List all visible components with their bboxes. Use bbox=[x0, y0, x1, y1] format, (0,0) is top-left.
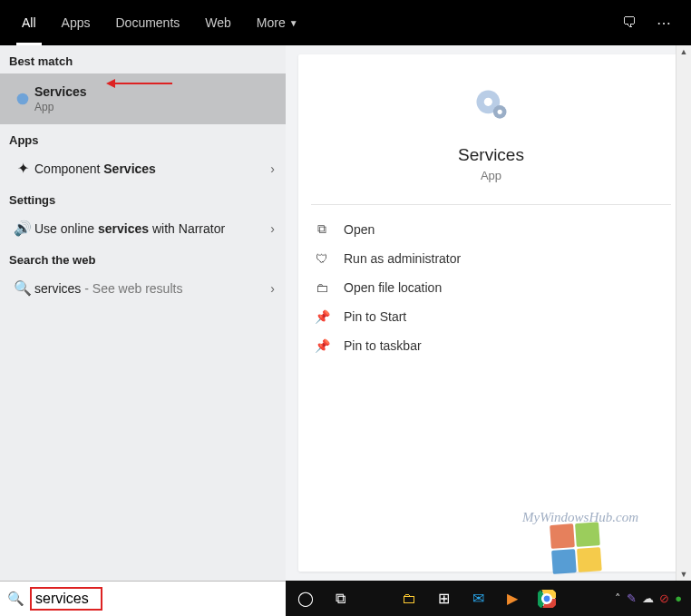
more-options-icon[interactable]: ⋯ bbox=[657, 15, 671, 32]
result-services-app[interactable]: Services App bbox=[0, 73, 286, 124]
action-list: ⧉ Open 🛡 Run as administrator 🗀 Open fil… bbox=[311, 214, 671, 360]
taskbar-media[interactable]: ▶ bbox=[496, 584, 529, 613]
tab-label: All bbox=[22, 15, 36, 30]
section-settings: Settings bbox=[0, 184, 286, 212]
result-text: Component Services bbox=[34, 161, 270, 176]
search-icon: 🔍 bbox=[11, 279, 34, 297]
folder-icon: 🗀 bbox=[313, 280, 331, 295]
action-open[interactable]: ⧉ Open bbox=[311, 214, 671, 244]
annotation-arrow bbox=[109, 83, 172, 84]
result-text: Services App bbox=[34, 84, 275, 113]
result-subtype: App bbox=[34, 101, 275, 113]
taskbar-file-explorer[interactable]: 🗀 bbox=[393, 584, 425, 613]
tray-security-icon[interactable]: ⊘ bbox=[659, 592, 669, 605]
taskbar-cortana[interactable]: ◯ bbox=[289, 584, 322, 613]
divider bbox=[311, 204, 671, 205]
taskbar-store[interactable]: ⊞ bbox=[427, 584, 460, 613]
tray-onedrive-icon[interactable]: ☁ bbox=[642, 592, 654, 605]
result-web-search[interactable]: 🔍 services - See web results › bbox=[0, 272, 286, 304]
search-icon: 🔍 bbox=[7, 591, 24, 607]
search-input[interactable] bbox=[30, 587, 102, 611]
tab-web[interactable]: Web bbox=[192, 0, 244, 45]
search-filter-tabbar: All Apps Documents Web More ▼ 🗨 ⋯ bbox=[0, 0, 691, 45]
chevron-right-icon: › bbox=[270, 221, 275, 236]
component-services-icon: ✦ bbox=[11, 160, 34, 177]
svg-point-3 bbox=[483, 98, 491, 106]
action-open-file-location[interactable]: 🗀 Open file location bbox=[311, 273, 671, 302]
result-text: services - See web results bbox=[34, 281, 270, 296]
label-prefix: Use online bbox=[34, 221, 98, 236]
taskbar-taskview[interactable]: ⧉ bbox=[324, 584, 356, 613]
details-card: Services App ⧉ Open 🛡 Run as administrat… bbox=[298, 54, 684, 572]
tab-apps[interactable]: Apps bbox=[49, 0, 103, 45]
label-match: services bbox=[98, 221, 149, 236]
details-type: App bbox=[481, 169, 501, 182]
search-results-area: Best match Services App Apps ✦ Component… bbox=[0, 45, 691, 581]
narrator-icon: 🔊 bbox=[11, 220, 34, 237]
pin-icon: 📌 bbox=[313, 309, 331, 324]
tab-list: All Apps Documents Web More ▼ bbox=[9, 0, 311, 45]
section-apps: Apps bbox=[0, 124, 286, 152]
tray-status-icon[interactable]: ● bbox=[675, 592, 682, 605]
taskbar: ◯ ⧉ 🗀 ⊞ ✉ ▶ ˄ ✎ ☁ ⊘ ● bbox=[286, 581, 691, 616]
tab-more[interactable]: More ▼ bbox=[244, 0, 311, 45]
feedback-icon[interactable]: 🗨 bbox=[622, 15, 637, 31]
tab-all[interactable]: All bbox=[9, 0, 49, 45]
action-label: Open bbox=[344, 222, 375, 237]
tab-documents[interactable]: Documents bbox=[102, 0, 192, 45]
action-label: Pin to Start bbox=[344, 309, 406, 324]
details-title: Services bbox=[458, 145, 524, 165]
tabbar-actions: 🗨 ⋯ bbox=[622, 15, 682, 32]
results-list: Best match Services App Apps ✦ Component… bbox=[0, 45, 286, 581]
action-label: Pin to taskbar bbox=[344, 338, 422, 353]
svg-point-1 bbox=[21, 97, 25, 102]
details-pane: Services App ⧉ Open 🛡 Run as administrat… bbox=[286, 45, 691, 581]
result-narrator-setting[interactable]: 🔊 Use online services with Narrator › bbox=[0, 212, 286, 244]
action-pin-to-taskbar[interactable]: 📌 Pin to taskbar bbox=[311, 331, 671, 360]
tab-label: More bbox=[257, 15, 286, 30]
chevron-right-icon: › bbox=[270, 281, 275, 296]
section-best-match: Best match bbox=[0, 45, 286, 73]
scroll-up-icon[interactable]: ▲ bbox=[680, 47, 688, 56]
open-icon: ⧉ bbox=[313, 221, 331, 237]
chevron-right-icon: › bbox=[270, 161, 275, 176]
section-web: Search the web bbox=[0, 244, 286, 272]
tab-label: Apps bbox=[62, 15, 91, 30]
label-term: services bbox=[34, 281, 81, 296]
system-tray: ˄ ✎ ☁ ⊘ ● bbox=[615, 592, 687, 605]
tray-app-icon[interactable]: ✎ bbox=[627, 592, 637, 605]
result-title: Services bbox=[34, 84, 275, 99]
taskbar-chrome[interactable] bbox=[530, 584, 563, 613]
label-match: Services bbox=[103, 161, 156, 176]
scrollbar[interactable]: ▲ ▼ bbox=[676, 45, 691, 581]
taskbar-mail[interactable]: ✉ bbox=[462, 584, 494, 613]
svg-point-5 bbox=[497, 110, 501, 114]
tab-label: Web bbox=[205, 15, 231, 30]
label-suffix: - See web results bbox=[81, 281, 182, 296]
label-prefix: Component bbox=[34, 161, 103, 176]
result-component-services[interactable]: ✦ Component Services › bbox=[0, 152, 286, 184]
services-icon bbox=[11, 91, 34, 107]
tray-chevron-icon[interactable]: ˄ bbox=[615, 592, 621, 605]
action-run-as-admin[interactable]: 🛡 Run as administrator bbox=[311, 244, 671, 273]
admin-icon: 🛡 bbox=[313, 251, 331, 266]
pin-icon: 📌 bbox=[313, 338, 331, 353]
action-label: Open file location bbox=[344, 280, 442, 295]
result-text: Use online services with Narrator bbox=[34, 221, 270, 236]
label-suffix: with Narrator bbox=[149, 221, 225, 236]
scroll-down-icon[interactable]: ▼ bbox=[680, 570, 688, 579]
action-label: Run as administrator bbox=[344, 251, 461, 266]
action-pin-to-start[interactable]: 📌 Pin to Start bbox=[311, 302, 671, 331]
services-app-icon bbox=[470, 83, 513, 127]
chevron-down-icon: ▼ bbox=[289, 18, 298, 28]
tab-label: Documents bbox=[115, 15, 180, 30]
taskbar-edge[interactable] bbox=[358, 584, 391, 613]
search-bar: 🔍 bbox=[0, 581, 286, 616]
